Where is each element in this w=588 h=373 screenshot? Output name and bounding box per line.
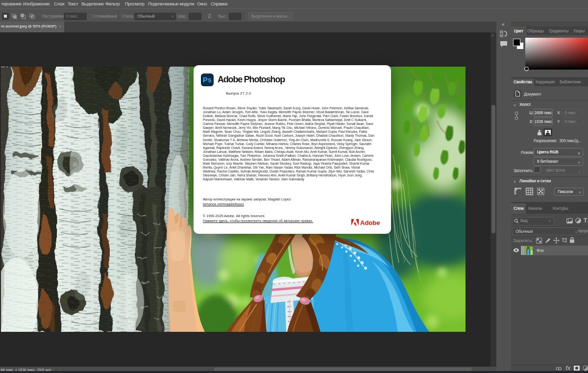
- svg-text:Adobe: Adobe: [360, 219, 380, 226]
